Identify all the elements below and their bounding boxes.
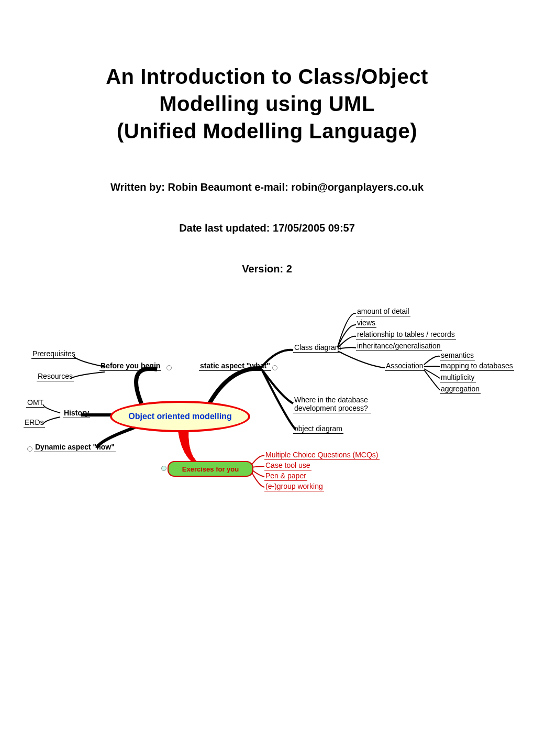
node-omt: OMT bbox=[26, 398, 44, 408]
node-aggregation: aggregation bbox=[440, 385, 481, 394]
node-case-tool: Case tool use bbox=[264, 461, 312, 470]
node-association: Association bbox=[385, 361, 425, 371]
node-amount-of-detail: amount of detail bbox=[356, 307, 410, 316]
collapse-marker-icon bbox=[166, 365, 172, 370]
version-label: Version: 2 bbox=[31, 263, 503, 275]
date-updated: Date last updated: 17/05/2005 09:57 bbox=[31, 222, 503, 234]
mindmap-center-node: Object oriented modelling bbox=[110, 401, 250, 432]
title-line-3: (Unified Modelling Language) bbox=[117, 119, 417, 143]
node-class-diagram: Class diagram bbox=[293, 343, 342, 353]
mindmap-diagram: Object oriented modelling Before you beg… bbox=[21, 299, 513, 508]
center-node-label: Object oriented modelling bbox=[128, 412, 231, 421]
node-static-aspect: static aspect "what" bbox=[199, 361, 271, 371]
node-semantics: semantics bbox=[440, 351, 475, 360]
node-object-diagram: object diagram bbox=[293, 424, 343, 434]
node-dynamic-aspect: Dynamic aspect "how" bbox=[34, 443, 116, 452]
page-title: An Introduction to Class/Object Modellin… bbox=[31, 63, 503, 145]
collapse-marker-icon bbox=[27, 446, 32, 452]
node-before-you-begin: Before you begin bbox=[99, 361, 161, 371]
node-views: views bbox=[356, 319, 376, 328]
node-group-working: (e-)group working bbox=[264, 482, 324, 491]
node-multiplicity: multiplicity bbox=[440, 373, 476, 382]
node-inheritance: inheritance/generalisation bbox=[356, 342, 442, 351]
node-erds: ERDs bbox=[24, 418, 45, 428]
node-where-in-db: Where in the database development proces… bbox=[293, 396, 371, 413]
node-relationship: relationship to tables / records bbox=[356, 330, 456, 339]
collapse-marker-icon bbox=[272, 365, 277, 370]
collapse-marker-icon bbox=[161, 466, 166, 471]
node-history: History bbox=[63, 409, 90, 418]
author-byline: Written by: Robin Beaumont e-mail: robin… bbox=[31, 181, 503, 193]
node-pen-paper: Pen & paper bbox=[264, 472, 307, 481]
title-line-2: Modelling using UML bbox=[159, 92, 375, 115]
document-page: An Introduction to Class/Object Modellin… bbox=[0, 0, 534, 756]
title-line-1: An Introduction to Class/Object bbox=[106, 65, 428, 88]
node-mapping: mapping to databases bbox=[440, 361, 514, 371]
node-mcq: Multiple Choice Questions (MCQs) bbox=[264, 451, 380, 460]
node-resources: Resources bbox=[37, 372, 74, 381]
exercises-label: Exercises for you bbox=[182, 465, 239, 473]
node-exercises: Exercises for you bbox=[168, 461, 253, 477]
node-prerequisites: Prerequisites bbox=[31, 349, 76, 359]
